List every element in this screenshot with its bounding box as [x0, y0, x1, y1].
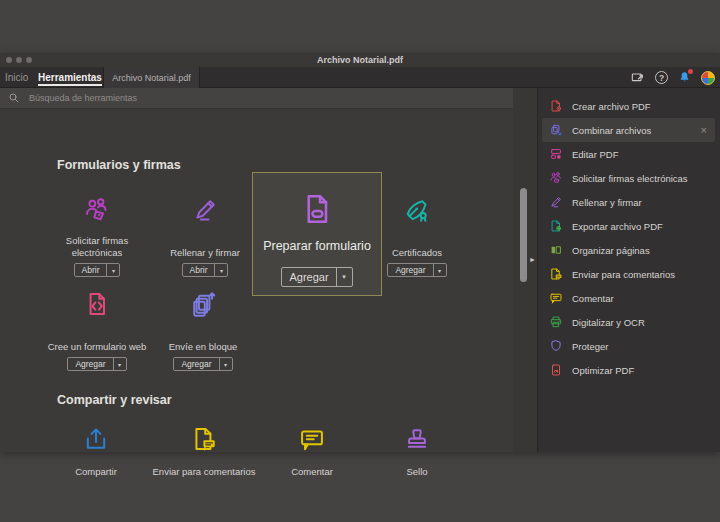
sidebar-item-optimizar-pdf[interactable]: Optimizar PDF: [538, 358, 720, 382]
window-titlebar: Archivo Notarial.pdf: [0, 53, 720, 67]
tile-label: Comentar: [291, 466, 333, 477]
sidebar-item-label: Optimizar PDF: [572, 365, 634, 376]
sidebar-item-label: Combinar archivos: [572, 125, 651, 136]
tool-tile-solicitar-firmas-electronicas[interactable]: Solicitar firmas electrónicasAbrir▾: [41, 193, 153, 277]
people-pen-icon: [549, 171, 563, 185]
tile-label: Rellenar y firmar: [170, 227, 240, 258]
tools-sidebar: Crear archivo PDFCombinar archivos×Edita…: [537, 88, 720, 452]
tile-label: Solicitar firmas electrónicas: [41, 227, 153, 258]
avatar[interactable]: [701, 71, 715, 85]
tile-label: Envíe en bloque: [169, 321, 238, 352]
tile-label: Cree un formulario web: [48, 321, 147, 352]
search-bar[interactable]: [0, 88, 513, 109]
scan-icon: [549, 315, 563, 329]
comment-icon: [298, 425, 326, 453]
tile-label: Preparar formulario: [263, 239, 371, 253]
sidebar-item-label: Digitalizar y OCR: [572, 317, 645, 328]
abrir-button[interactable]: Abrir▾: [74, 263, 121, 277]
help-icon[interactable]: ?: [655, 71, 668, 84]
doc-form-icon: [299, 191, 335, 227]
chevron-down-icon[interactable]: ▾: [219, 358, 232, 370]
content-scroll-gutter: ►: [513, 88, 537, 452]
sidebar-item-label: Rellenar y firmar: [572, 197, 642, 208]
tool-tile-sello[interactable]: Sello: [347, 424, 487, 477]
agregar-button[interactable]: Agregar▾: [173, 357, 232, 371]
organize-icon: [549, 243, 563, 257]
notification-dot: [688, 69, 693, 74]
share-up-icon: [82, 425, 110, 453]
tab-tools[interactable]: Herramientas: [38, 67, 102, 86]
agregar-button[interactable]: Agregar▾: [67, 357, 126, 371]
doc-code-icon: [83, 290, 111, 318]
abrir-button[interactable]: Abrir▾: [182, 263, 229, 277]
sidebar-item-label: Solicitar firmas electrónicas: [572, 173, 688, 184]
sidebar-item-label: Editar PDF: [572, 149, 618, 160]
sidebar-item-label: Comentar: [572, 293, 614, 304]
section-title-forms: Formularios y firmas: [57, 158, 181, 172]
sidebar-item-crear-archivo-pdf[interactable]: Crear archivo PDF: [538, 94, 720, 118]
tool-tile-rellenar-y-firmar[interactable]: Rellenar y firmarAbrir▾: [149, 193, 261, 277]
button-label: Abrir: [183, 264, 215, 276]
sidebar-item-label: Exportar archivo PDF: [572, 221, 663, 232]
agregar-button[interactable]: Agregar▾: [387, 263, 446, 277]
tab-home[interactable]: Inicio: [5, 67, 28, 88]
doc-comment-icon: [549, 267, 563, 281]
nib-badge-icon: [403, 196, 431, 224]
search-input[interactable]: [27, 92, 327, 104]
sidebar-item-exportar-archivo-pdf[interactable]: Exportar archivo PDF: [538, 214, 720, 238]
tab-document[interactable]: Archivo Notarial.pdf: [103, 67, 200, 88]
search-icon: [8, 92, 20, 104]
sidebar-item-enviar-para-comentarios[interactable]: Enviar para comentarios: [538, 262, 720, 286]
agregar-button[interactable]: Agregar▾: [281, 267, 352, 287]
tab-bar: Inicio Herramientas Archivo Notarial.pdf…: [0, 67, 720, 88]
sidebar-item-label: Crear archivo PDF: [572, 101, 651, 112]
panel-collapse-icon[interactable]: ►: [529, 255, 536, 265]
button-label: Agregar: [68, 358, 112, 370]
notifications-bell-icon[interactable]: [677, 70, 692, 85]
pdf-badge-icon: [549, 99, 563, 113]
tile-label: Sello: [406, 466, 427, 477]
tool-tile-envie-en-bloque[interactable]: Envíe en bloqueAgregar▾: [147, 287, 259, 371]
sidebar-item-label: Proteger: [572, 341, 608, 352]
pen-icon: [191, 196, 219, 224]
chevron-down-icon[interactable]: ▾: [433, 264, 446, 276]
sidebar-item-organizar-paginas[interactable]: Organizar páginas: [538, 238, 720, 262]
shield-icon: [549, 339, 563, 353]
sidebar-item-combinar-archivos[interactable]: Combinar archivos×: [542, 118, 715, 142]
screen-share-icon: [630, 70, 646, 86]
button-label: Agregar: [388, 264, 432, 276]
tile-label: Enviar para comentarios: [153, 466, 256, 477]
stamp-icon: [403, 425, 431, 453]
sidebar-item-label: Enviar para comentarios: [572, 269, 675, 280]
sidebar-item-rellenar-y-firmar[interactable]: Rellenar y firmar: [538, 190, 720, 214]
doc-comment-icon: [190, 425, 218, 453]
chevron-down-icon[interactable]: ▾: [113, 358, 126, 370]
section-title-share: Compartir y revisar: [57, 393, 172, 407]
chevron-down-icon[interactable]: ▾: [106, 264, 119, 276]
close-icon[interactable]: ×: [701, 118, 707, 142]
chevron-down-icon[interactable]: ▾: [214, 264, 227, 276]
tool-tile-certificados[interactable]: CertificadosAgregar▾: [361, 193, 473, 277]
comment-icon: [549, 291, 563, 305]
sidebar-item-editar-pdf[interactable]: Editar PDF: [538, 142, 720, 166]
doc-stack-icon: [189, 290, 217, 318]
tile-label: Compartir: [75, 466, 117, 477]
people-pen-icon: [83, 196, 111, 224]
button-label: Agregar: [174, 358, 218, 370]
tool-tile-cree-un-formulario-web[interactable]: Cree un formulario webAgregar▾: [41, 287, 153, 371]
sidebar-item-proteger[interactable]: Proteger: [538, 334, 720, 358]
vertical-scrollbar[interactable]: [520, 188, 527, 282]
button-label: Agregar: [282, 268, 335, 286]
sidebar-item-digitalizar-y-ocr[interactable]: Digitalizar y OCR: [538, 310, 720, 334]
pen-icon: [549, 195, 563, 209]
tile-label: Certificados: [392, 227, 442, 258]
button-label: Abrir: [75, 264, 107, 276]
sidebar-item-solicitar-firmas-electronicas[interactable]: Solicitar firmas electrónicas: [538, 166, 720, 190]
sidebar-item-comentar[interactable]: Comentar: [538, 286, 720, 310]
tools-content: Formularios y firmas Solicitar firmas el…: [0, 88, 513, 452]
window-title: Archivo Notarial.pdf: [0, 53, 720, 67]
optimize-icon: [549, 363, 563, 377]
acrobat-window: Archivo Notarial.pdf Inicio Herramientas…: [0, 53, 720, 452]
chevron-down-icon[interactable]: ▾: [336, 268, 352, 286]
edit-pdf-icon: [549, 147, 563, 161]
